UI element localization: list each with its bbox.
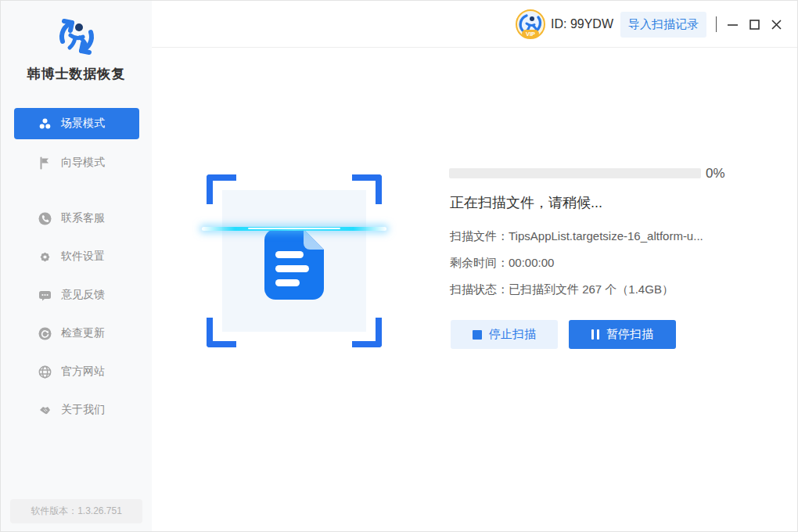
sidebar-item-settings[interactable]: 软件设置 xyxy=(14,241,139,272)
sidebar-item-check-updates[interactable]: 检查更新 xyxy=(14,318,139,349)
sidebar-item-wizard-mode[interactable]: 向导模式 xyxy=(14,147,139,178)
maximize-button[interactable] xyxy=(743,1,765,48)
scan-status-title: 正在扫描文件，请稍候... xyxy=(450,193,602,212)
pause-scan-button[interactable]: 暂停扫描 xyxy=(569,320,676,349)
pause-scan-label: 暂停扫描 xyxy=(606,327,653,342)
stop-scan-label: 停止扫描 xyxy=(489,327,536,342)
import-scan-records-button[interactable]: 导入扫描记录 xyxy=(620,12,706,38)
sidebar: 韩博士数据恢复 场景模式 向导模式 联系客服 xyxy=(1,1,152,532)
scan-frame-corner xyxy=(207,174,236,204)
sidebar-item-label: 意见反馈 xyxy=(61,288,105,302)
sidebar-item-about-us[interactable]: 关于我们 xyxy=(14,394,139,426)
sidebar-item-label: 官方网站 xyxy=(61,365,105,379)
update-icon xyxy=(38,327,52,340)
scan-progress-bar xyxy=(449,168,701,178)
scan-actions: 停止扫描 暂停扫描 xyxy=(451,320,676,349)
app-logo xyxy=(1,12,152,65)
scan-state-line: 扫描状态：已扫描到文件 267 个（1.4GB） xyxy=(450,282,674,297)
user-avatar[interactable]: VIP xyxy=(516,9,545,39)
scan-frame-corner xyxy=(352,174,382,204)
stop-scan-button[interactable]: 停止扫描 xyxy=(451,320,558,349)
scan-time-line: 剩余时间：00:00:00 xyxy=(450,256,554,271)
scan-frame-corner xyxy=(207,318,236,347)
scan-file-label: 扫描文件： xyxy=(450,229,509,243)
sidebar-item-label: 向导模式 xyxy=(61,156,105,170)
stop-icon xyxy=(473,330,482,340)
globe-icon xyxy=(38,365,52,379)
gear-icon xyxy=(38,250,52,264)
scene-mode-icon xyxy=(38,117,52,131)
phone-icon xyxy=(38,212,52,225)
user-id: ID: 99YDW xyxy=(551,1,613,48)
titlebar-separator xyxy=(716,16,717,32)
scan-line xyxy=(202,227,386,231)
titlebar: VIP ID: 99YDW 导入扫描记录 xyxy=(152,1,798,48)
minimize-button[interactable] xyxy=(721,1,743,48)
scan-frame-corner xyxy=(352,318,382,347)
scan-progress-percent: 0% xyxy=(706,166,725,182)
vip-badge: VIP xyxy=(526,31,535,38)
close-button[interactable] xyxy=(765,1,787,48)
sidebar-item-label: 联系客服 xyxy=(61,211,105,225)
app-logo-icon xyxy=(52,12,102,62)
pause-icon xyxy=(591,329,599,340)
scan-file-line: 扫描文件：TipsAppList.targetsize-16_altform-u… xyxy=(450,229,703,244)
scan-time-value: 00:00:00 xyxy=(509,256,554,269)
sidebar-item-label: 检查更新 xyxy=(61,326,105,340)
scan-time-label: 剩余时间： xyxy=(450,256,509,269)
sidebar-item-contact-support[interactable]: 联系客服 xyxy=(14,203,139,234)
version-badge: 软件版本：1.3.26.751 xyxy=(10,499,142,523)
sidebar-item-feedback[interactable]: 意见反馈 xyxy=(14,279,139,311)
sidebar-item-label: 软件设置 xyxy=(61,250,105,264)
scan-state-label: 扫描状态： xyxy=(450,282,509,296)
feedback-icon xyxy=(38,289,52,302)
sidebar-item-official-website[interactable]: 官方网站 xyxy=(14,356,139,387)
scan-state-value: 已扫描到文件 267 个（1.4GB） xyxy=(509,282,674,296)
document-icon xyxy=(264,229,324,303)
scan-file-value: TipsAppList.targetsize-16_altform-u... xyxy=(509,229,703,243)
scan-animation-area xyxy=(207,174,382,347)
app-window: 韩博士数据恢复 场景模式 向导模式 联系客服 xyxy=(0,0,798,532)
sidebar-item-label: 关于我们 xyxy=(61,403,105,417)
sidebar-item-scene-mode[interactable]: 场景模式 xyxy=(14,108,139,139)
handshake-icon xyxy=(38,404,52,417)
app-title: 韩博士数据恢复 xyxy=(1,65,152,83)
flag-icon xyxy=(38,156,52,170)
sidebar-item-label: 场景模式 xyxy=(61,117,105,131)
